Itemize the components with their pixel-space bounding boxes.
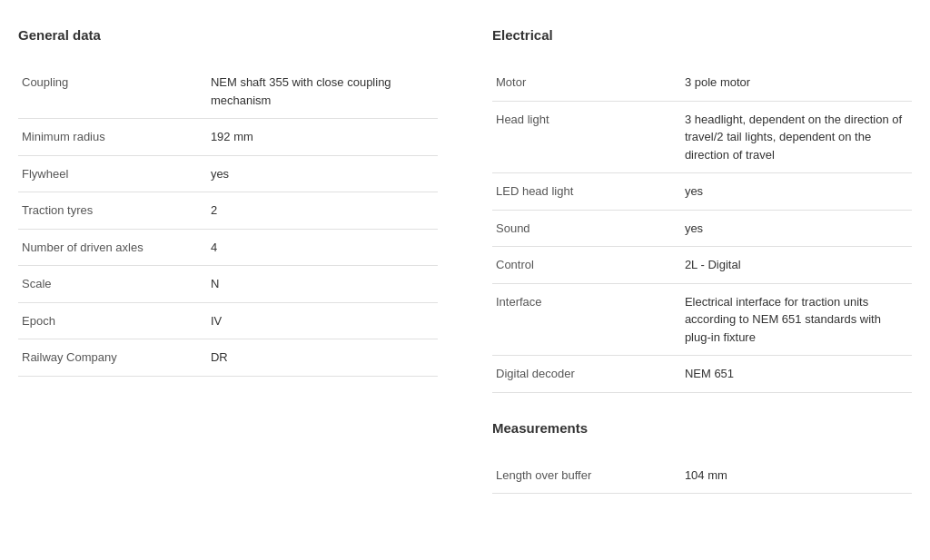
general-data-title: General data — [18, 27, 438, 43]
row-label: Motor — [492, 64, 681, 101]
row-value: N — [207, 266, 438, 303]
row-value: 3 pole motor — [681, 64, 912, 101]
electrical-title: Electrical — [492, 27, 912, 43]
table-row: Number of driven axles 4 — [18, 229, 438, 266]
table-row: Interface Electrical interface for tract… — [492, 283, 912, 356]
row-label: Epoch — [18, 302, 207, 339]
row-label: Railway Company — [18, 339, 207, 377]
row-label: Length over buffer — [492, 457, 681, 494]
row-value: 2 — [207, 192, 438, 230]
row-value: yes — [207, 155, 438, 192]
row-label: Traction tyres — [18, 192, 207, 230]
electrical-table: Motor 3 pole motor Head light 3 headligh… — [492, 64, 912, 393]
page-container: General data Coupling NEM shaft 355 with… — [0, 0, 930, 521]
row-value: IV — [207, 302, 438, 339]
table-row: Traction tyres 2 — [18, 192, 438, 230]
row-label: Control — [492, 247, 681, 284]
row-value: 4 — [207, 229, 438, 266]
row-value: NEM shaft 355 with close coupling mechan… — [207, 64, 438, 119]
row-label: Flywheel — [18, 155, 207, 192]
row-label: Number of driven axles — [18, 229, 207, 266]
row-label: Minimum radius — [18, 119, 207, 156]
row-label: Digital decoder — [492, 356, 681, 393]
table-row: Scale N — [18, 266, 438, 303]
table-row: Length over buffer 104 mm — [492, 457, 912, 494]
table-row: Coupling NEM shaft 355 with close coupli… — [18, 64, 438, 119]
table-row: Railway Company DR — [18, 339, 438, 377]
table-row: Sound yes — [492, 210, 912, 247]
left-column: General data Coupling NEM shaft 355 with… — [18, 27, 438, 494]
row-value: 104 mm — [681, 457, 912, 494]
general-data-table: Coupling NEM shaft 355 with close coupli… — [18, 64, 438, 377]
row-label: LED head light — [492, 173, 681, 211]
row-value: yes — [681, 210, 912, 247]
measurements-table: Length over buffer 104 mm — [492, 457, 912, 495]
table-row: Motor 3 pole motor — [492, 64, 912, 101]
row-value: 2L - Digital — [681, 247, 912, 284]
row-label: Interface — [492, 283, 681, 356]
row-label: Coupling — [18, 64, 207, 119]
row-value: 3 headlight, dependent on the direction … — [681, 101, 912, 173]
table-row: Epoch IV — [18, 302, 438, 339]
table-row: Head light 3 headlight, dependent on the… — [492, 101, 912, 173]
row-label: Sound — [492, 210, 681, 247]
table-row: Control 2L - Digital — [492, 247, 912, 284]
row-label: Scale — [18, 266, 207, 303]
table-row: LED head light yes — [492, 173, 912, 211]
table-row: Minimum radius 192 mm — [18, 119, 438, 156]
row-value: DR — [207, 339, 438, 377]
measurements-title: Measurements — [492, 420, 912, 436]
row-label: Head light — [492, 101, 681, 173]
row-value: Electrical interface for traction units … — [681, 283, 912, 356]
table-row: Digital decoder NEM 651 — [492, 356, 912, 393]
row-value: yes — [681, 173, 912, 211]
row-value: NEM 651 — [681, 356, 912, 393]
row-value: 192 mm — [207, 119, 438, 156]
right-column: Electrical Motor 3 pole motor Head light… — [492, 27, 912, 494]
table-row: Flywheel yes — [18, 155, 438, 192]
